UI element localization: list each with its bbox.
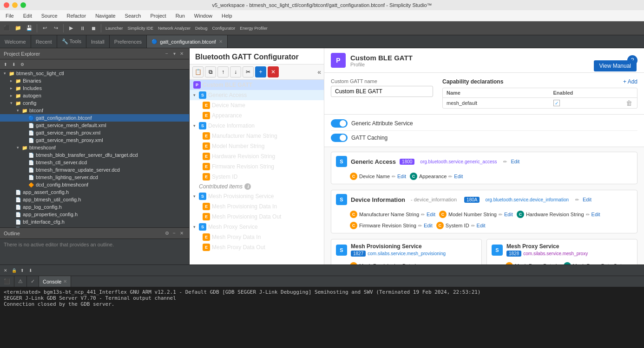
char-edit-link-fw[interactable]: Edit xyxy=(424,223,433,228)
toolbar-btn-6[interactable]: ▶ xyxy=(66,23,76,33)
gatt-proxy-out[interactable]: E Mesh Proxy Data Out xyxy=(190,242,324,252)
gatt-btn-copy[interactable]: ⧉ xyxy=(205,66,216,77)
minimize-button[interactable] xyxy=(12,2,18,8)
gatt-model-number[interactable]: E Model Number String xyxy=(190,141,324,151)
tab-gatt-config[interactable]: 🔵 gatt_configuration.btconf ✕ xyxy=(147,35,227,48)
gatt-btn-delete[interactable]: ✕ xyxy=(268,66,279,77)
menu-search[interactable]: Search xyxy=(123,12,143,19)
outline-minimize[interactable]: − xyxy=(171,230,178,237)
tree-app-btmesh[interactable]: 📄 app_btmesh_util_config.h xyxy=(0,196,189,203)
tree-gatt-config-file[interactable]: 🔵 gatt_configuration.btconf xyxy=(0,114,189,122)
gatt-appearance[interactable]: E Appearance xyxy=(190,110,324,121)
tree-includes[interactable]: ▸ 📁 Includes xyxy=(0,84,189,92)
menu-run[interactable]: Run xyxy=(174,12,187,19)
tab-close-gatt[interactable]: ✕ xyxy=(219,39,223,44)
gatt-manufacturer[interactable]: E Manufacturer Name String xyxy=(190,131,324,141)
console-scroll-bottom[interactable]: ⬇ xyxy=(27,267,34,274)
tab-welcome[interactable]: Welcome xyxy=(0,35,31,48)
tree-mesh-proxy[interactable]: 📄 gatt_service_mesh_proxy.xml xyxy=(0,136,189,144)
window-controls[interactable] xyxy=(4,2,26,8)
toolbar-btn-7[interactable]: ⏸ xyxy=(77,23,87,33)
char-edit-link-hw[interactable]: Edit xyxy=(591,212,600,217)
toolbar-btn-2[interactable]: 📁 xyxy=(13,23,23,33)
gatt-generic-access[interactable]: ▾ S Generic Access xyxy=(190,90,324,100)
edit-link-devinfo[interactable]: Edit xyxy=(583,197,591,202)
gatt-mesh-prov-in[interactable]: E Mesh Provisioning Data In xyxy=(190,201,324,212)
toolbar-debug[interactable]: Debug xyxy=(193,23,210,33)
gatt-mesh-prov-out[interactable]: E Mesh Provisioning Data Out xyxy=(190,212,324,222)
console-scroll-lock[interactable]: 🔒 xyxy=(10,267,18,274)
console-clear[interactable]: ✕ xyxy=(2,267,9,274)
gatt-btn-cut[interactable]: ✂ xyxy=(243,66,254,77)
tree-btl[interactable]: 📄 btl_interface_cfg.h xyxy=(0,218,189,226)
outline-settings[interactable]: ⚙ xyxy=(163,230,171,237)
pe-toolbar-2[interactable]: ⬇ xyxy=(10,61,18,68)
gatt-device-info[interactable]: ▾ S Device Information xyxy=(190,121,324,131)
toolbar-perspective-ide[interactable]: Simplicity IDE xyxy=(126,23,156,33)
project-explorer-close[interactable]: ✕ xyxy=(178,50,185,58)
tree-app-assert[interactable]: 📄 app_assert_config.h xyxy=(0,188,189,196)
gatt-collapse-btn[interactable]: « xyxy=(317,68,321,76)
bottom-tab-terminal[interactable]: ⬛ xyxy=(0,276,14,287)
toolbar-configurator[interactable]: Configurator xyxy=(210,23,237,33)
maximize-button[interactable] xyxy=(20,2,26,8)
pe-toolbar-filter[interactable]: ⚙ xyxy=(19,61,26,68)
toolbar-btn-3[interactable]: 💾 xyxy=(24,23,34,33)
tree-app-props[interactable]: 📄 app_properties_config.h xyxy=(0,211,189,218)
tree-mesh-default[interactable]: 📄 gatt_service_mesh_default.xml xyxy=(0,122,189,129)
char-edit-link-mfr[interactable]: Edit xyxy=(427,212,435,217)
menu-edit[interactable]: Edit xyxy=(21,12,34,19)
edit-link-generic[interactable]: Edit xyxy=(511,159,519,164)
toolbar-energy-profiler[interactable]: Energy Profiler xyxy=(238,23,269,33)
project-explorer-collapse[interactable]: − xyxy=(163,50,171,58)
menu-navigate[interactable]: Navigate xyxy=(93,12,117,19)
gatt-proxy-in[interactable]: E Mesh Proxy Data In xyxy=(190,232,324,242)
gatt-root-item[interactable]: P Custom BLE GATT xyxy=(190,80,324,90)
tree-blob-transfer[interactable]: 📄 btmesh_blob_transfer_server_dfu_target… xyxy=(0,151,189,159)
gatt-btn-add[interactable]: + xyxy=(255,66,266,77)
tab-recent[interactable]: Recent xyxy=(31,35,57,48)
console-scroll-top[interactable]: ⬆ xyxy=(19,267,26,274)
tab-preferences[interactable]: Preferences xyxy=(110,35,147,48)
bottom-tab-console[interactable]: Console ✕ xyxy=(39,276,71,287)
toggle-generic-attribute-control[interactable] xyxy=(331,119,348,128)
tree-binaries[interactable]: ▸ 📁 Binaries xyxy=(0,77,189,84)
char-edit-link-model[interactable]: Edit xyxy=(504,212,513,217)
close-button[interactable] xyxy=(4,2,9,8)
cap-checkbox-mesh-default[interactable]: ✓ xyxy=(553,100,560,106)
custom-gatt-name-input[interactable] xyxy=(331,86,433,97)
tree-lighting[interactable]: 📄 btmesh_lighting_server.dcd xyxy=(0,174,189,181)
tree-fw-update[interactable]: 📄 btmesh_firmware_update_server.dcd xyxy=(0,166,189,174)
bottom-tab-tasks[interactable]: ✓ xyxy=(27,276,39,287)
tree-app-log[interactable]: 📄 app_log_config.h xyxy=(0,203,189,211)
pe-toolbar-1[interactable]: ⬆ xyxy=(2,61,9,68)
cap-delete-mesh-default[interactable]: 🗑 xyxy=(626,99,632,107)
toolbar-network-analyzer[interactable]: Network Analyzer xyxy=(156,23,192,33)
tree-btmeshconf[interactable]: ▾ 📁 btmeshconf xyxy=(0,144,189,151)
toggle-gatt-caching-control[interactable] xyxy=(331,134,348,142)
toolbar-btn-5[interactable]: ↪ xyxy=(51,23,61,33)
tree-btconf[interactable]: ▾ 📁 btconf xyxy=(0,107,189,114)
menu-window[interactable]: Window xyxy=(192,12,214,19)
gatt-device-name[interactable]: E Device Name xyxy=(190,100,324,110)
tree-config[interactable]: ▾ 📁 config xyxy=(0,99,189,107)
toolbar-btn-8[interactable]: ⏹ xyxy=(88,23,99,33)
char-edit-link-ap[interactable]: Edit xyxy=(454,174,463,179)
menu-source[interactable]: Source xyxy=(39,12,59,19)
menu-project[interactable]: Project xyxy=(148,12,168,19)
gatt-firmware-rev[interactable]: E Firmware Revision String xyxy=(190,161,324,172)
tree-mesh-prov[interactable]: 📄 gatt_service_mesh_prov.xml xyxy=(0,129,189,136)
view-manual-button[interactable]: View Manual xyxy=(594,60,637,71)
menu-help[interactable]: Help xyxy=(220,12,234,19)
char-edit-link-sys[interactable]: Edit xyxy=(477,223,486,228)
char-edit-link-dn[interactable]: Edit xyxy=(397,174,406,179)
tab-install[interactable]: Install xyxy=(86,35,110,48)
tree-root[interactable]: ▾ 📁 btmesh_soc_light_ctl xyxy=(0,70,189,77)
gatt-btn-up[interactable]: ↑ xyxy=(217,66,229,77)
gatt-btn-add-service[interactable]: 📋 xyxy=(192,66,204,77)
tree-autogen[interactable]: ▸ 📁 autogen xyxy=(0,92,189,99)
gatt-system-id[interactable]: E System ID xyxy=(190,172,324,182)
tab-tools[interactable]: 🔧 Tools xyxy=(57,35,87,48)
toolbar-btn-1[interactable]: ⬛ xyxy=(2,23,12,33)
menu-refactor[interactable]: Refactor xyxy=(65,12,88,19)
